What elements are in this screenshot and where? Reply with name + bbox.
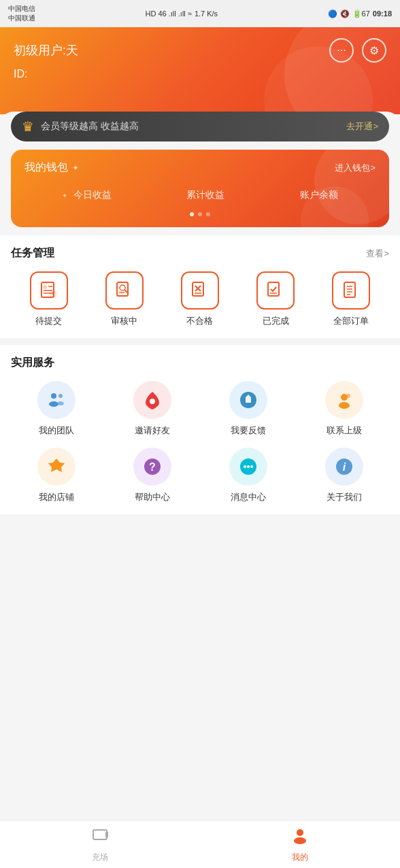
svg-point-44 <box>297 829 303 836</box>
header: 初级用户:天 ··· ⚙ ID: <box>0 27 400 114</box>
wallet-title: 我的钱包 ✦ <box>24 161 79 175</box>
service-item-team[interactable]: 我的团队 <box>11 381 101 437</box>
svg-rect-8 <box>117 282 128 296</box>
service-label-invite: 邀请好友 <box>135 424 170 437</box>
svg-line-10 <box>124 290 127 293</box>
wallet-enter-link[interactable]: 进入钱包> <box>335 162 376 174</box>
message-button[interactable]: ··· <box>329 38 354 63</box>
wallet-stat-today: ✦ 今日收益 <box>62 188 111 201</box>
service-label-contact: 联系上级 <box>327 424 362 437</box>
main-content: ♛ 会员等级越高 收益越高 去开通> 我的钱包 ✦ 进入钱包> ✦ 今日收益 累… <box>0 112 400 575</box>
svg-text:?: ? <box>149 461 156 473</box>
task-icon-all <box>332 271 370 310</box>
wallet-stat-total: 累计收益 <box>186 188 224 201</box>
user-id: ID: <box>14 68 386 80</box>
task-icon-reviewing <box>105 271 144 310</box>
service-label-shop: 我的店铺 <box>39 491 74 503</box>
service-item-help[interactable]: ? 帮助中心 <box>107 448 197 503</box>
wallet-dots <box>24 212 376 216</box>
task-item-unqualified[interactable]: 不合格 <box>181 271 219 327</box>
shop-icon <box>37 448 76 486</box>
service-section-header: 实用服务 <box>11 356 389 370</box>
status-bar: 中国电信 中国联通 HD 46 .ıll .ıll ≈ 1.7 K/s 🔵 🔇 … <box>0 0 400 27</box>
svg-marker-31 <box>48 458 65 472</box>
invite-icon <box>133 381 171 419</box>
service-item-message[interactable]: 消息中心 <box>203 448 293 503</box>
contact-icon <box>325 381 363 419</box>
task-icon-completed <box>256 271 295 310</box>
header-top: 初级用户:天 ··· ⚙ <box>14 38 386 63</box>
service-label-help: 帮助中心 <box>135 491 170 503</box>
task-label-reviewing: 审核中 <box>111 315 137 327</box>
svg-point-29 <box>339 402 350 409</box>
task-label-all: 全部订单 <box>333 315 369 327</box>
message-center-icon <box>229 448 267 486</box>
feedback-icon <box>229 381 267 419</box>
wallet-header: 我的钱包 ✦ 进入钱包> <box>24 161 376 175</box>
wallet-stat-balance: 账户余额 <box>300 188 338 201</box>
svg-point-9 <box>120 285 125 290</box>
task-item-pending[interactable]: 待提交 <box>30 271 68 327</box>
dot-3 <box>206 212 210 216</box>
service-section: 实用服务 我的团队 邀请好友 我要反馈 <box>0 345 400 514</box>
svg-point-27 <box>150 399 155 404</box>
svg-point-36 <box>247 465 250 468</box>
service-item-contact[interactable]: 联系上级 <box>299 381 389 437</box>
vip-link[interactable]: 去开通> <box>346 120 378 133</box>
svg-point-1 <box>43 285 47 289</box>
nav-label-mine: 我的 <box>292 852 308 863</box>
vip-banner[interactable]: ♛ 会员等级越高 收益越高 去开通> <box>11 112 389 141</box>
service-item-invite[interactable]: 邀请好友 <box>107 381 197 437</box>
task-item-all[interactable]: 全部订单 <box>332 271 370 327</box>
wallet-stats: ✦ 今日收益 累计收益 账户余额 <box>24 188 376 201</box>
task-item-reviewing[interactable]: 审核中 <box>105 271 144 327</box>
task-label-completed: 已完成 <box>263 315 289 327</box>
user-level: 初级用户:天 <box>14 42 78 59</box>
svg-point-35 <box>244 465 246 468</box>
svg-point-25 <box>49 401 59 407</box>
carrier-info: 中国电信 中国联通 <box>8 4 35 23</box>
svg-point-24 <box>59 394 63 398</box>
signal-info: HD 46 .ıll .ıll ≈ 1.7 K/s <box>145 10 218 18</box>
service-label-feedback: 我要反馈 <box>231 424 266 437</box>
svg-point-30 <box>346 394 350 398</box>
service-grid: 我的团队 邀请好友 我要反馈 联系上级 <box>11 381 389 503</box>
about-icon: i <box>325 448 363 486</box>
settings-button[interactable]: ⚙ <box>362 38 386 63</box>
team-icon <box>37 381 76 419</box>
status-right: 🔵 🔇 🔋67 09:18 <box>328 10 392 18</box>
task-link[interactable]: 查看> <box>366 248 389 260</box>
svg-rect-40 <box>93 830 107 839</box>
task-title: 任务管理 <box>11 246 54 261</box>
service-item-about[interactable]: i 关于我们 <box>299 448 389 503</box>
crown-icon: ♛ <box>22 118 34 135</box>
service-title: 实用服务 <box>11 356 54 370</box>
svg-point-37 <box>250 465 253 468</box>
service-item-shop[interactable]: 我的店铺 <box>11 448 101 503</box>
dot-1 <box>190 212 194 216</box>
task-icon-pending <box>30 271 68 310</box>
nav-label-charging: 充场 <box>92 852 108 863</box>
task-section: 任务管理 查看> 待提交 <box>0 235 400 338</box>
header-icons: ··· ⚙ <box>329 38 386 63</box>
help-icon: ? <box>133 448 171 486</box>
bottom-nav: 充场 我的 <box>0 820 400 868</box>
wallet-card: 我的钱包 ✦ 进入钱包> ✦ 今日收益 累计收益 账户余额 <box>11 150 389 227</box>
task-item-completed[interactable]: 已完成 <box>256 271 295 327</box>
nav-item-charging[interactable]: 充场 <box>0 826 200 863</box>
nav-item-mine[interactable]: 我的 <box>200 826 400 863</box>
svg-rect-16 <box>268 282 279 296</box>
task-icon-unqualified <box>181 271 219 310</box>
svg-rect-43 <box>105 833 108 837</box>
service-label-team: 我的团队 <box>39 424 74 437</box>
service-label-message: 消息中心 <box>231 491 266 503</box>
task-label-pending: 待提交 <box>35 315 62 327</box>
svg-point-26 <box>57 401 64 405</box>
stat-icon-today: ✦ <box>62 192 67 199</box>
dot-2 <box>198 212 202 216</box>
svg-point-45 <box>294 837 306 844</box>
svg-point-23 <box>51 393 56 399</box>
mine-icon <box>290 826 310 849</box>
task-grid: 待提交 审核中 <box>11 271 389 327</box>
service-item-feedback[interactable]: 我要反馈 <box>203 381 293 437</box>
